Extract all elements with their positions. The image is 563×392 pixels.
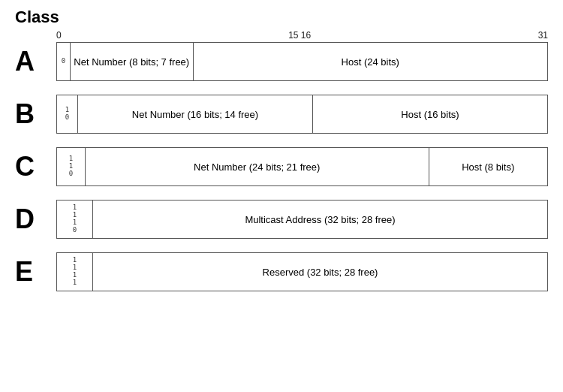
diagram-b: 10Net Number (16 bits; 14 free)Host (16 …: [56, 95, 548, 134]
prefix-box-e: 1111: [57, 253, 93, 291]
field-box-a-0: Net Number (8 bits; 7 free): [71, 43, 194, 80]
ruler-label-mid: 15 16: [288, 30, 311, 41]
class-row-b: B10Net Number (16 bits; 14 free)Host (16…: [15, 95, 548, 134]
class-row-e: E1111Reserved (32 bits; 28 free): [15, 252, 548, 291]
prefix-box-c: 110: [57, 148, 86, 185]
field-box-d-0: Multicast Address (32 bits; 28 free): [93, 201, 547, 238]
ruler-label-31: 31: [538, 30, 548, 41]
class-label-b: B: [15, 98, 56, 130]
page-title: Class: [15, 8, 548, 27]
class-row-d: D1110Multicast Address (32 bits; 28 free…: [15, 200, 548, 239]
bit-ruler: 0 15 16 31: [15, 30, 548, 41]
diagram-e: 1111Reserved (32 bits; 28 free): [56, 252, 548, 291]
class-label-e: E: [15, 256, 56, 288]
class-row-a: A0Net Number (8 bits; 7 free)Host (24 bi…: [15, 42, 548, 81]
field-box-c-0: Net Number (24 bits; 21 free): [86, 148, 429, 185]
prefix-box-d: 1110: [57, 201, 93, 238]
diagram-c: 110Net Number (24 bits; 21 free)Host (8 …: [56, 147, 548, 186]
field-box-b-0: Net Number (16 bits; 14 free): [78, 95, 313, 133]
class-label-c: C: [15, 151, 56, 182]
diagram-d: 1110Multicast Address (32 bits; 28 free): [56, 200, 548, 239]
field-box-a-1: Host (24 bits): [194, 43, 548, 80]
field-box-b-1: Host (16 bits): [313, 95, 547, 133]
prefix-box-a: 0: [57, 43, 71, 80]
ruler-label-0: 0: [56, 30, 62, 41]
class-label-d: D: [15, 204, 56, 235]
prefix-box-b: 10: [57, 95, 78, 133]
class-label-a: A: [15, 46, 56, 77]
field-box-e-0: Reserved (32 bits; 28 free): [93, 253, 547, 291]
classes-container: A0Net Number (8 bits; 7 free)Host (24 bi…: [15, 42, 548, 291]
diagram-a: 0Net Number (8 bits; 7 free)Host (24 bit…: [56, 42, 548, 81]
field-box-c-1: Host (8 bits): [429, 148, 548, 185]
class-row-c: C110Net Number (24 bits; 21 free)Host (8…: [15, 147, 548, 186]
